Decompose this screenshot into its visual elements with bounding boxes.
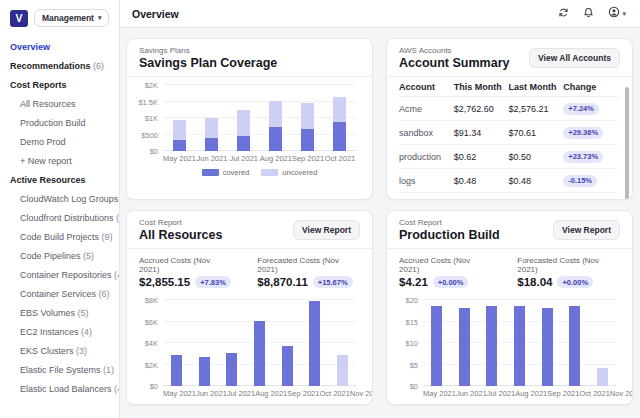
sidebar-item-eks-clusters[interactable]: EKS Clusters (3) [0, 341, 119, 360]
change-badge: +29.36% [563, 127, 603, 139]
sidebar-item-label: Production Build [20, 118, 86, 128]
app-root: V Management ▾ OverviewRecommendations (… [0, 0, 640, 418]
card-title: Production Build [399, 228, 500, 242]
savings-coverage-chart: $0$500$1K$1.5K$2KMay 2021Jun 2021Jul 202… [133, 83, 360, 177]
refresh-button[interactable] [556, 4, 571, 23]
x-axis-label: Aug 2021 [515, 389, 547, 398]
bar-jun-2021 [205, 85, 218, 151]
last-month-value: $0.48 [509, 169, 564, 193]
account-name: Acme [399, 97, 454, 121]
legend-label: uncovered [282, 168, 317, 177]
bar-segment-uncovered [333, 97, 346, 122]
y-axis-tick: $20 [405, 296, 418, 305]
bar-may-2021 [173, 85, 186, 151]
card-eyebrow: Cost Report [139, 218, 222, 227]
workspace-dropdown[interactable]: Management ▾ [34, 9, 109, 27]
change-badge: +7.24% [563, 103, 599, 115]
sidebar-item-active-resources[interactable]: Active Resources [0, 170, 119, 189]
notifications-button[interactable] [581, 4, 596, 23]
change-cell: +29.36% [563, 121, 618, 145]
account-name: production [399, 145, 454, 169]
caret-down-icon: ▾ [98, 14, 102, 22]
y-axis-tick: $5 [410, 360, 418, 369]
bar-segment-covered [269, 127, 282, 151]
sidebar-item-label: Demo Prod [20, 137, 66, 147]
sidebar-item-production-build[interactable]: Production Build [0, 113, 119, 132]
sidebar: V Management ▾ OverviewRecommendations (… [0, 0, 120, 418]
card-eyebrow: AWS Accounts [399, 46, 509, 55]
card-eyebrow: Cost Report [399, 218, 500, 227]
this-month-value: $0.62 [454, 145, 509, 169]
bar-may-2021 [171, 300, 182, 386]
x-axis-label: Oct 2021 [324, 154, 356, 163]
sidebar-item-label: Overview [10, 42, 50, 52]
sidebar-item-ebs-volumes[interactable]: EBS Volumes (5) [0, 303, 119, 322]
sidebar-item-cost-reports[interactable]: Cost Reports [0, 75, 119, 94]
this-month-value: $91.34 [454, 121, 509, 145]
forecast-bar-segment [337, 355, 348, 386]
bar-segment-covered [205, 138, 218, 151]
sidebar-item-ec2-instances[interactable]: EC2 Instances (4) [0, 322, 119, 341]
bar-sep-2021 [282, 300, 293, 386]
sidebar-item-container-repositories[interactable]: Container Repositories (4) [0, 265, 119, 284]
bar-sep-2021 [301, 85, 314, 151]
change-cell: +7.24% [563, 97, 618, 121]
legend-label: covered [223, 168, 250, 177]
sidebar-item-cloudfront-distributions[interactable]: Cloudfront Distributions (7) [0, 208, 119, 227]
change-cell: -0.15% [563, 169, 618, 193]
sidebar-item-all-resources[interactable]: All Resources [0, 94, 119, 113]
sidebar-item-label: Container Repositories [20, 270, 112, 280]
sidebar-item-new-report[interactable]: + New report [0, 151, 119, 170]
view-report-button[interactable]: View Report [293, 220, 360, 240]
sidebar-item-demo-prod[interactable]: Demo Prod [0, 132, 119, 151]
forecasted-costs-stat: Forecasted Costs (Nov 2021) $8,870.11 +1… [257, 256, 360, 288]
workspace-label: Management [42, 13, 94, 23]
sidebar-item-recommendations[interactable]: Recommendations (6) [0, 56, 119, 75]
column-header-last-month: Last Month [509, 77, 564, 97]
sidebar-item-overview[interactable]: Overview [0, 37, 119, 56]
y-axis-tick: $10 [405, 339, 418, 348]
change-badge: +0.00% [433, 276, 469, 288]
table-row: sandbox$91.34$70.61+29.36% [399, 121, 618, 145]
stat-value: $18.04 [517, 276, 552, 288]
table-scrollbar[interactable] [625, 87, 629, 200]
legend-swatch [261, 169, 278, 176]
view-report-button[interactable]: View Report [553, 220, 620, 240]
bar-segment-covered [301, 129, 314, 151]
sidebar-item-code-pipelines[interactable]: Code Pipelines (5) [0, 246, 119, 265]
sidebar-item-count: (5) [81, 251, 95, 261]
sidebar-item-elastic-file-systems[interactable]: Elastic File Systems (1) [0, 360, 119, 379]
table-row: logs$0.48$0.48-0.15% [399, 169, 618, 193]
legend-swatch [202, 169, 219, 176]
card-body: $0$2K$4K$6K$8KMay 2021Jun 2021Jul 2021Au… [127, 292, 372, 404]
view-all-accounts-button[interactable]: View All Accounts [529, 48, 620, 68]
x-axis-label: Jun 2021 [196, 389, 227, 398]
change-badge: +23.73% [563, 151, 603, 163]
bar-segment [199, 357, 210, 386]
sidebar-item-label: CloudWatch Log Groups [20, 194, 118, 204]
x-axis-label: Oct 2021 [319, 389, 349, 398]
sidebar-item-code-build-projects[interactable]: Code Build Projects (9) [0, 227, 119, 246]
stats-row: Accrued Costs (Nov 2021) $2,855.15 +7.83… [127, 249, 372, 292]
sidebar-item-container-services[interactable]: Container Services (6) [0, 284, 119, 303]
y-axis-tick: $0 [410, 382, 418, 391]
sidebar-item-label: EKS Clusters [20, 346, 74, 356]
y-axis-tick: $1K [145, 114, 158, 123]
bar-aug-2021 [269, 85, 282, 151]
bar-jul-2021 [226, 300, 237, 386]
table-row: Acme$2,762.60$2,576.21+7.24% [399, 97, 618, 121]
user-icon [608, 6, 620, 21]
sidebar-item-label: EBS Volumes [20, 308, 75, 318]
change-badge: +7.83% [195, 276, 231, 288]
column-header-change: Change [563, 77, 618, 97]
bar-segment [486, 306, 497, 386]
bar-segment [431, 306, 442, 386]
sidebar-item-elastic-load-balancers[interactable]: Elastic Load Balancers (4) [0, 379, 119, 398]
y-axis-tick: $6K [145, 317, 158, 326]
sidebar-item-cloudwatch-log-groups[interactable]: CloudWatch Log Groups (56) [0, 189, 119, 208]
sidebar-item-count: (9) [99, 232, 113, 242]
user-menu-button[interactable]: ▾ [606, 4, 628, 23]
legend-item-uncovered: uncovered [261, 168, 317, 177]
bar-segment [309, 301, 320, 386]
bar-segment-uncovered [301, 103, 314, 129]
